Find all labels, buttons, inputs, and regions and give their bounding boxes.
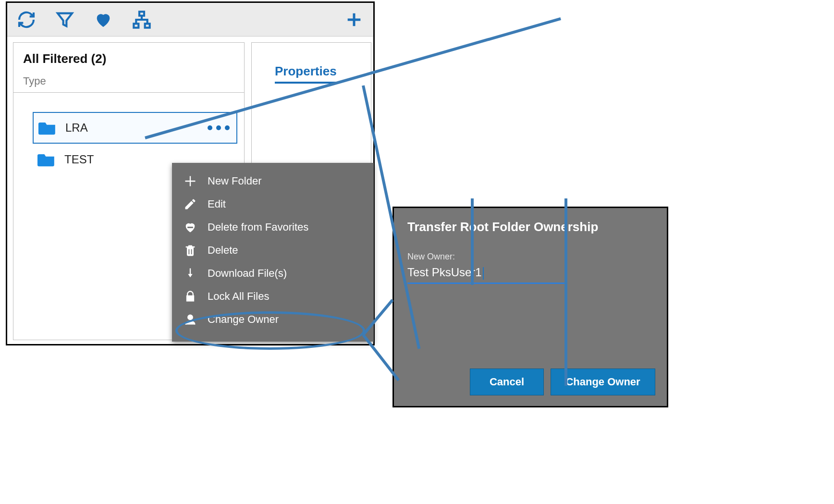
folder-icon bbox=[37, 152, 56, 167]
menu-new-folder[interactable]: New Folder bbox=[172, 170, 374, 193]
lock-icon bbox=[184, 290, 197, 303]
svg-rect-5 bbox=[191, 249, 192, 255]
new-owner-value: Test PksUser1 bbox=[407, 266, 482, 279]
menu-label: Lock All Files bbox=[208, 290, 269, 303]
menu-delete[interactable]: Delete bbox=[172, 239, 374, 262]
menu-download[interactable]: Download File(s) bbox=[172, 262, 374, 285]
tab-properties[interactable]: Properties bbox=[275, 64, 337, 84]
plus-icon[interactable] bbox=[343, 9, 365, 30]
trash-icon bbox=[184, 244, 197, 257]
menu-label: Change Owner bbox=[208, 313, 279, 326]
folder-row-lra[interactable]: LRA bbox=[33, 112, 237, 144]
heart-minus-icon bbox=[184, 221, 197, 234]
change-owner-button[interactable]: Change Owner bbox=[551, 369, 655, 395]
svg-rect-0 bbox=[139, 12, 144, 15]
svg-point-6 bbox=[188, 315, 192, 320]
column-header-type[interactable]: Type bbox=[13, 72, 244, 93]
new-owner-label: New Owner: bbox=[407, 252, 653, 262]
menu-change-owner[interactable]: Change Owner bbox=[172, 308, 374, 331]
plus-icon bbox=[184, 174, 197, 188]
menu-label: Download File(s) bbox=[208, 267, 287, 280]
person-icon bbox=[184, 313, 197, 326]
dialog-buttons: Cancel Change Owner bbox=[470, 369, 655, 395]
svg-rect-2 bbox=[145, 24, 150, 27]
folder-icon bbox=[38, 120, 57, 135]
list-title: All Filtered (2) bbox=[13, 43, 244, 72]
folder-label: TEST bbox=[64, 153, 94, 166]
menu-lock-all[interactable]: Lock All Files bbox=[172, 285, 374, 308]
toolbar bbox=[7, 3, 373, 37]
menu-edit[interactable]: Edit bbox=[172, 193, 374, 216]
transfer-ownership-dialog: Transfer Root Folder Ownership New Owner… bbox=[392, 207, 668, 407]
cancel-button[interactable]: Cancel bbox=[470, 369, 544, 395]
tree-icon[interactable] bbox=[131, 9, 152, 30]
menu-delete-favorites[interactable]: Delete from Favorites bbox=[172, 216, 374, 239]
pencil-icon bbox=[184, 197, 197, 211]
more-icon[interactable] bbox=[208, 125, 230, 130]
menu-label: Edit bbox=[208, 198, 226, 210]
svg-rect-3 bbox=[187, 227, 193, 228]
menu-label: New Folder bbox=[208, 175, 261, 187]
download-icon bbox=[184, 267, 197, 280]
context-menu: New Folder Edit Delete from Favorites De… bbox=[172, 163, 374, 342]
menu-label: Delete bbox=[208, 244, 238, 257]
heart-icon[interactable] bbox=[93, 9, 114, 30]
dialog-title: Transfer Root Folder Ownership bbox=[407, 220, 653, 234]
text-caret bbox=[483, 267, 484, 280]
refresh-icon[interactable] bbox=[16, 9, 37, 30]
menu-label: Delete from Favorites bbox=[208, 221, 308, 234]
filter-icon[interactable] bbox=[54, 9, 75, 30]
new-owner-input[interactable]: Test PksUser1 bbox=[407, 265, 566, 284]
svg-rect-4 bbox=[189, 249, 190, 255]
folder-label: LRA bbox=[65, 121, 88, 135]
svg-rect-1 bbox=[134, 24, 138, 27]
